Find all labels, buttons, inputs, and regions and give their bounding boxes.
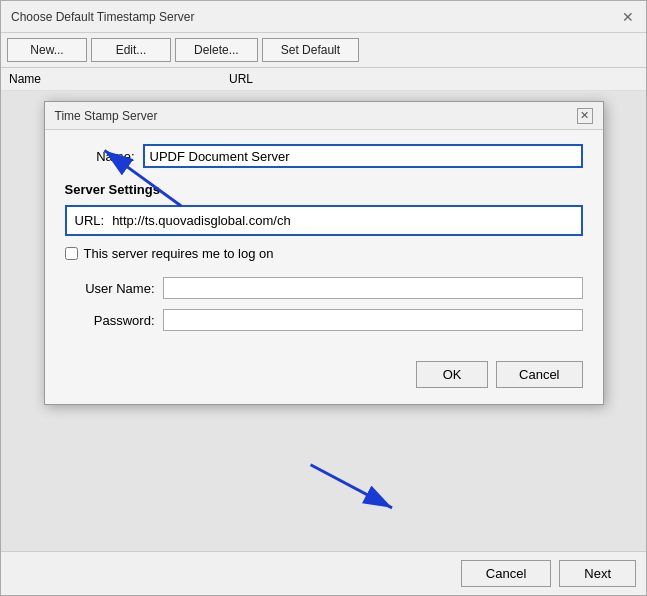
table-header: Name URL — [1, 68, 646, 91]
modal-close-button[interactable]: ✕ — [577, 108, 593, 124]
outer-window: Choose Default Timestamp Server ✕ New...… — [0, 0, 647, 596]
modal-title: Time Stamp Server — [55, 109, 158, 123]
outer-close-button[interactable]: ✕ — [620, 9, 636, 25]
modal-cancel-button[interactable]: Cancel — [496, 361, 582, 388]
ok-button[interactable]: OK — [416, 361, 488, 388]
name-label: Name: — [65, 149, 135, 164]
name-input[interactable] — [143, 144, 583, 168]
password-input[interactable] — [163, 309, 583, 331]
modal-overlay: Time Stamp Server ✕ Name: Server Setting… — [1, 91, 646, 551]
bottom-cancel-button[interactable]: Cancel — [461, 560, 551, 587]
set-default-button[interactable]: Set Default — [262, 38, 359, 62]
name-column-header: Name — [9, 72, 229, 86]
modal-footer: OK Cancel — [45, 361, 603, 404]
main-content: Time Stamp Server ✕ Name: Server Setting… — [1, 91, 646, 551]
username-input[interactable] — [163, 277, 583, 299]
password-label: Password: — [65, 313, 155, 328]
password-row: Password: — [65, 309, 583, 331]
edit-button[interactable]: Edit... — [91, 38, 171, 62]
login-checkbox-label: This server requires me to log on — [84, 246, 274, 261]
name-field-row: Name: — [65, 144, 583, 168]
delete-button[interactable]: Delete... — [175, 38, 258, 62]
server-settings-label: Server Settings — [65, 182, 583, 197]
next-button[interactable]: Next — [559, 560, 636, 587]
modal-title-bar: Time Stamp Server ✕ — [45, 102, 603, 130]
bottom-bar: Cancel Next — [1, 551, 646, 595]
outer-window-title: Choose Default Timestamp Server — [11, 10, 194, 24]
outer-toolbar: New... Edit... Delete... Set Default — [1, 33, 646, 68]
login-checkbox-row: This server requires me to log on — [65, 246, 583, 261]
url-box: URL: — [65, 205, 583, 236]
outer-title-bar: Choose Default Timestamp Server ✕ — [1, 1, 646, 33]
url-label: URL: — [75, 213, 105, 228]
timestamp-server-dialog: Time Stamp Server ✕ Name: Server Setting… — [44, 101, 604, 405]
username-row: User Name: — [65, 277, 583, 299]
modal-body: Name: Server Settings URL: This server r… — [45, 130, 603, 361]
credentials-section: User Name: Password: — [65, 277, 583, 331]
url-column-header: URL — [229, 72, 253, 86]
url-input[interactable] — [112, 213, 572, 228]
new-button[interactable]: New... — [7, 38, 87, 62]
login-checkbox[interactable] — [65, 247, 78, 260]
username-label: User Name: — [65, 281, 155, 296]
